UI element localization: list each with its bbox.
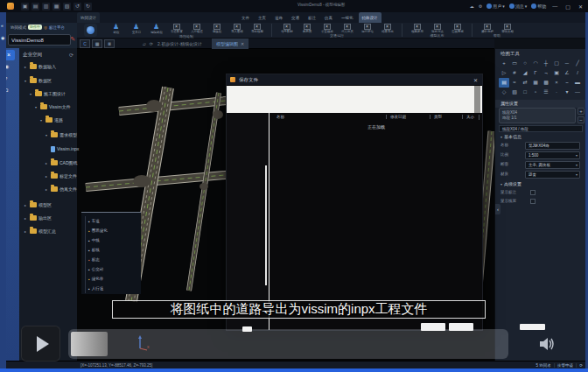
- layer-item[interactable]: ▪ 人行道: [85, 284, 141, 293]
- column-header[interactable]: 类型: [430, 115, 442, 119]
- drawing-tool-button[interactable]: ▭: [509, 59, 520, 68]
- ribbon-tool-button[interactable]: ×帮助文档: [497, 24, 517, 33]
- tree-item[interactable]: ▸标定文件: [19, 171, 77, 181]
- section-advanced[interactable]: ▾高级设置: [500, 181, 522, 186]
- cancel-button[interactable]: 取消: [449, 323, 473, 331]
- layer-item[interactable]: ▪ 车道: [85, 216, 141, 226]
- ribbon-tool-button[interactable]: ×公交线路: [317, 24, 337, 33]
- qat-icon[interactable]: ▥: [42, 3, 50, 11]
- ribbon-tool-button[interactable]: ×版本对比: [427, 24, 447, 33]
- tree-item-file[interactable]: Vissim.inpx: [19, 144, 77, 154]
- drawing-tool-button[interactable]: ☰: [541, 88, 551, 97]
- document-tab[interactable]: 2.初步设计-精细化设计: [153, 39, 206, 49]
- ribbon-tab[interactable]: 文件: [238, 12, 253, 23]
- ribbon-tab[interactable]: 一键化: [338, 12, 357, 23]
- gear-icon[interactable]: ⚙: [479, 4, 482, 9]
- avatar-icon[interactable]: ◉: [1, 35, 4, 40]
- name-field[interactable]: 第J纵X04路: [525, 142, 580, 150]
- ribbon-tool-button[interactable]: ×在线预览: [447, 24, 467, 33]
- drawing-tool-button[interactable]: ▾: [562, 88, 572, 97]
- paint-tool-button[interactable]: [84, 24, 97, 37]
- drawing-tool-button[interactable]: /: [572, 68, 583, 78]
- section-select[interactable]: 主干, 两块板▾: [525, 161, 580, 169]
- ribbon-tool-button[interactable]: ×人行横道: [186, 24, 206, 34]
- dialog-places-pane[interactable]: [227, 113, 269, 330]
- section-basic[interactable]: ▾基本信息: [500, 134, 522, 139]
- layer-item[interactable]: ▪ 标线: [85, 245, 141, 255]
- drawing-tool-button[interactable]: ⇄: [520, 78, 530, 88]
- tree-item[interactable]: ▾道路: [19, 115, 77, 125]
- layer-item[interactable]: ▪ 绿化带: [85, 274, 141, 284]
- drawing-tool-button[interactable]: ·: [551, 88, 562, 97]
- compass-button[interactable]: C: [80, 39, 90, 48]
- ribbon-tool-button[interactable]: ×操作教程: [477, 24, 497, 33]
- drawing-tool-button[interactable]: ×: [551, 78, 562, 88]
- drawing-tool-button[interactable]: ▦: [530, 78, 541, 88]
- column-header[interactable]: 大小: [462, 115, 474, 119]
- message-menu[interactable]: 消息▾: [509, 4, 528, 9]
- video-progress-bar[interactable]: [68, 329, 508, 359]
- ribbon-tab[interactable]: 交通: [288, 12, 303, 23]
- volume-button[interactable]: [530, 331, 565, 357]
- ribbon-tool-button[interactable]: ×车道配置: [166, 24, 186, 34]
- pan-icon[interactable]: ▱: [143, 41, 146, 46]
- remove-button[interactable]: −: [578, 116, 584, 123]
- qat-icon[interactable]: ↻: [84, 3, 92, 11]
- help-menu[interactable]: 帮助: [531, 4, 546, 9]
- drawing-tool-button[interactable]: ▧: [509, 88, 520, 97]
- drawing-tool-button[interactable]: ╱: [572, 59, 583, 68]
- material-select[interactable]: 沥青▾: [525, 171, 580, 179]
- close-tab-icon[interactable]: ✕: [241, 41, 244, 46]
- drawing-tool-button[interactable]: ─: [562, 59, 572, 68]
- ribbon-tab[interactable]: 仿真: [321, 12, 336, 23]
- dialog-close-icon[interactable]: ✕: [473, 77, 478, 83]
- edit-pen-icon[interactable]: ✎: [70, 36, 75, 43]
- layer-item[interactable]: ▪ 标志: [85, 255, 141, 264]
- drawing-tool-button[interactable]: ○: [520, 59, 530, 68]
- document-tab-active[interactable]: 模型编辑图✕: [212, 39, 248, 49]
- tree-item[interactable]: ▸模型汇总: [19, 226, 77, 236]
- panel-collapse-handle[interactable]: ‹: [495, 204, 500, 214]
- project-name-input[interactable]: [8, 34, 71, 46]
- user-menu[interactable]: 用户▾: [486, 4, 505, 9]
- add-button[interactable]: +: [578, 108, 584, 115]
- layer-item[interactable]: ▪ 围界绿化: [85, 226, 141, 235]
- layer-item[interactable]: ▪ 中线: [85, 235, 141, 245]
- scale-select[interactable]: 1:500▾: [525, 151, 580, 159]
- drawing-tool-button[interactable]: ▢: [551, 59, 562, 68]
- checkbox[interactable]: [530, 190, 536, 195]
- ribbon-tab[interactable]: 标注: [304, 12, 319, 23]
- ribbon-tool-button[interactable]: ♟路段: [106, 24, 126, 34]
- tree-item[interactable]: ▸CAD图纸: [19, 158, 77, 168]
- save-button[interactable]: 保存: [421, 323, 445, 331]
- tree-item[interactable]: ▸仿真文件: [19, 184, 77, 194]
- ribbon-tool-button[interactable]: ×模型发布: [407, 24, 427, 33]
- qat-icon[interactable]: ▦: [52, 3, 60, 11]
- tree-item[interactable]: ▸输出区: [19, 213, 77, 223]
- qat-icon[interactable]: ▧: [63, 3, 71, 11]
- collapse-sidebar-icon[interactable]: «: [1, 23, 4, 28]
- qat-icon[interactable]: ↺: [74, 3, 81, 11]
- drawing-tool-button[interactable]: ▩: [541, 78, 551, 88]
- drawing-tool-button[interactable]: ┼: [541, 59, 551, 68]
- ribbon-tool-button[interactable]: ×运行评估: [357, 24, 377, 33]
- column-header[interactable]: 名称: [276, 115, 284, 119]
- ribbon-tool-button[interactable]: ×行人仿真: [337, 24, 357, 33]
- drawing-tool-button[interactable]: #: [509, 68, 520, 78]
- checkbox[interactable]: [530, 199, 536, 204]
- dialog-titlebar[interactable]: 保存文件 ✕: [227, 74, 482, 86]
- ribbon-tool-button[interactable]: ♟编辑路段: [146, 24, 166, 34]
- takeover-request[interactable]: 接管申请: [557, 363, 573, 368]
- tree-item[interactable]: ▸模型区: [19, 200, 77, 210]
- layer-item[interactable]: ▪ 公交站: [85, 264, 141, 274]
- ribbon-tool-button[interactable]: ×结果导出: [377, 24, 397, 33]
- column-header[interactable]: 修改日期: [386, 115, 406, 119]
- drawing-tool-button[interactable]: □: [520, 88, 530, 97]
- drawing-tool-button[interactable]: Γ: [530, 68, 541, 78]
- drawing-tool-button[interactable]: ◠: [530, 59, 541, 68]
- maximize-button[interactable]: ▢: [564, 4, 572, 10]
- ribbon-tab[interactable]: 协同设计: [77, 12, 100, 23]
- drawing-tool-button[interactable]: ▤: [499, 78, 509, 88]
- platform-link[interactable]: 标注平台: [49, 25, 65, 30]
- list-view-button[interactable]: ≣: [104, 39, 115, 48]
